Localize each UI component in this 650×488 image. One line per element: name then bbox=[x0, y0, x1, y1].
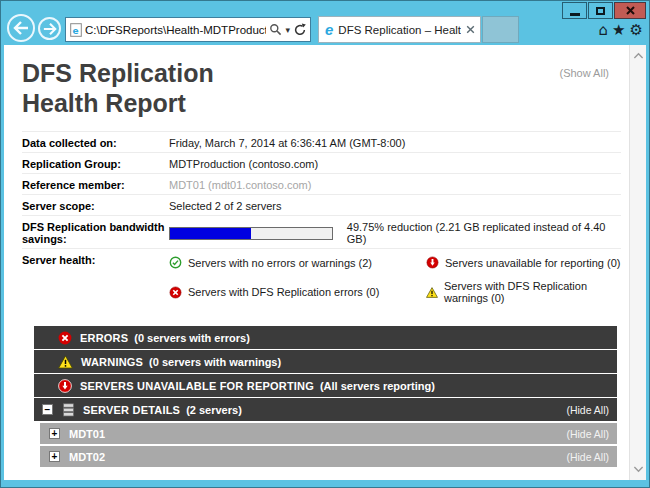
error-x-icon bbox=[58, 331, 72, 345]
health-item-label: Servers with DFS Replication errors (0) bbox=[188, 286, 379, 298]
health-item-errors: Servers with DFS Replication errors (0) bbox=[169, 280, 426, 304]
info-label: Replication Group: bbox=[22, 157, 169, 170]
warning-triangle-icon bbox=[58, 355, 73, 369]
content-area: DFS Replication Health Report (Show All)… bbox=[4, 45, 646, 480]
settings-gear-icon[interactable]: ⚙ bbox=[630, 21, 643, 39]
title-line-1: DFS Replication bbox=[22, 58, 621, 88]
expand-toggle[interactable]: + bbox=[49, 428, 60, 439]
section-subtitle: (0 servers with warnings) bbox=[149, 356, 281, 368]
maximize-button[interactable] bbox=[588, 2, 613, 19]
toolbar-icons: ⌂ ★ ⚙ bbox=[599, 21, 643, 39]
unavailable-icon bbox=[426, 256, 439, 269]
info-row-data-collected: Data collected on: Friday, March 7, 2014… bbox=[22, 132, 621, 153]
window-controls bbox=[562, 2, 646, 19]
health-item-label: Servers with DFS Replication warnings (0… bbox=[444, 280, 621, 304]
close-icon bbox=[625, 5, 636, 16]
section-subtitle: (2 servers) bbox=[186, 404, 242, 416]
back-button[interactable] bbox=[7, 14, 35, 42]
home-icon[interactable]: ⌂ bbox=[599, 21, 609, 39]
server-name: MDT01 bbox=[69, 428, 105, 440]
health-item-unavailable: Servers unavailable for reporting (0) bbox=[426, 256, 621, 269]
info-value: Selected 2 of 2 servers bbox=[169, 199, 621, 212]
section-warnings[interactable]: WARNINGS (0 servers with warnings) bbox=[34, 350, 617, 373]
address-dropdown-caret-icon[interactable]: ▾ bbox=[285, 25, 290, 35]
address-text: C:\DFSReports\Health-MDTProduction-07Ma bbox=[85, 24, 266, 36]
back-arrow-icon bbox=[12, 20, 30, 36]
scrollbar[interactable] bbox=[629, 45, 646, 480]
info-value: MDTProduction (contoso.com) bbox=[169, 157, 621, 170]
server-name: MDT02 bbox=[69, 451, 105, 463]
refresh-icon[interactable] bbox=[293, 23, 307, 37]
info-row-reference-member: Reference member: MDT01 (mdt01.contoso.c… bbox=[22, 174, 621, 195]
tab-title: DFS Replication – Health Re... bbox=[338, 24, 461, 36]
error-x-icon bbox=[169, 286, 182, 299]
collapse-toggle[interactable]: − bbox=[42, 404, 53, 415]
ok-check-icon bbox=[169, 256, 182, 269]
page-title: DFS Replication Health Report bbox=[22, 58, 621, 118]
browser-tab[interactable]: e DFS Replication – Health Re... bbox=[318, 16, 481, 43]
info-label: Reference member: bbox=[22, 178, 169, 191]
hide-all-link[interactable]: (Hide All) bbox=[566, 404, 609, 416]
address-bar[interactable]: e C:\DFSReports\Health-MDTProduction-07M… bbox=[65, 17, 311, 42]
maximize-icon bbox=[596, 7, 605, 15]
section-title: SERVERS UNAVAILABLE FOR REPORTING bbox=[80, 380, 314, 392]
favorites-star-icon[interactable]: ★ bbox=[612, 21, 625, 39]
scroll-up-arrow[interactable] bbox=[630, 47, 647, 64]
report-sections: ERRORS (0 servers with errors) WARNINGS … bbox=[34, 326, 617, 467]
search-icon[interactable] bbox=[269, 23, 282, 36]
minimize-button[interactable] bbox=[562, 2, 587, 19]
info-value: MDT01 (mdt01.contoso.com) bbox=[169, 178, 621, 191]
forward-arrow-icon bbox=[42, 22, 58, 36]
section-title: WARNINGS bbox=[81, 356, 143, 368]
health-item-no-errors: Servers with no errors or warnings (2) bbox=[169, 256, 426, 269]
server-row-mdt02[interactable]: + MDT02 (Hide All) bbox=[40, 446, 617, 467]
health-item-label: Servers unavailable for reporting (0) bbox=[445, 257, 620, 269]
new-tab-button[interactable] bbox=[482, 16, 519, 43]
info-row-server-scope: Server scope: Selected 2 of 2 servers bbox=[22, 195, 621, 216]
info-label: DFS Replication bandwidth savings: bbox=[22, 220, 169, 245]
bandwidth-progress-fill bbox=[170, 228, 251, 239]
hide-all-link[interactable]: (Hide All) bbox=[566, 451, 609, 463]
unavailable-icon bbox=[58, 379, 72, 393]
close-button[interactable] bbox=[614, 2, 646, 19]
title-line-2: Health Report bbox=[22, 88, 621, 118]
section-servers-unavailable[interactable]: SERVERS UNAVAILABLE FOR REPORTING (All s… bbox=[34, 374, 617, 397]
section-title: ERRORS bbox=[80, 332, 128, 344]
report-page: DFS Replication Health Report (Show All)… bbox=[4, 45, 629, 480]
info-label: Data collected on: bbox=[22, 136, 169, 149]
forward-button[interactable] bbox=[38, 17, 61, 40]
info-row-server-health: Server health: Servers with no errors or… bbox=[22, 249, 621, 315]
health-item-label: Servers with no errors or warnings (2) bbox=[188, 257, 372, 269]
info-row-bandwidth-savings: DFS Replication bandwidth savings: 49.75… bbox=[22, 216, 621, 249]
info-label: Server health: bbox=[22, 253, 169, 266]
warning-triangle-icon bbox=[426, 286, 438, 299]
expand-toggle[interactable]: + bbox=[49, 451, 60, 462]
show-all-link[interactable]: (Show All) bbox=[559, 67, 609, 79]
report-summary: Data collected on: Friday, March 7, 2014… bbox=[22, 131, 621, 315]
info-value: Friday, March 7, 2014 at 6:36:41 AM (GMT… bbox=[169, 136, 621, 149]
browser-window: e C:\DFSReports\Health-MDTProduction-07M… bbox=[0, 0, 650, 488]
info-label: Server scope: bbox=[22, 199, 169, 212]
info-row-replication-group: Replication Group: MDTProduction (contos… bbox=[22, 153, 621, 174]
scroll-down-arrow[interactable] bbox=[630, 461, 647, 478]
section-errors[interactable]: ERRORS (0 servers with errors) bbox=[34, 326, 617, 349]
ie-logo-icon: e bbox=[325, 22, 333, 37]
section-server-details[interactable]: − SERVER DETAILS (2 servers) (Hide All) bbox=[34, 398, 617, 421]
server-row-mdt01[interactable]: + MDT01 (Hide All) bbox=[40, 423, 617, 444]
hide-all-link[interactable]: (Hide All) bbox=[566, 428, 609, 440]
server-icon bbox=[63, 403, 75, 417]
health-item-warnings: Servers with DFS Replication warnings (0… bbox=[426, 280, 621, 304]
section-subtitle: (0 servers with errors) bbox=[134, 332, 250, 344]
section-title: SERVER DETAILS bbox=[83, 404, 180, 416]
svg-text:e: e bbox=[73, 25, 79, 35]
minimize-icon bbox=[570, 13, 580, 16]
section-subtitle: (All servers reporting) bbox=[320, 380, 435, 392]
tab-close-icon[interactable] bbox=[466, 25, 475, 34]
bandwidth-summary: 49.75% reduction (2.21 GB replicated ins… bbox=[347, 221, 621, 245]
bandwidth-progress-bar bbox=[169, 227, 333, 240]
page-icon: e bbox=[70, 23, 82, 37]
